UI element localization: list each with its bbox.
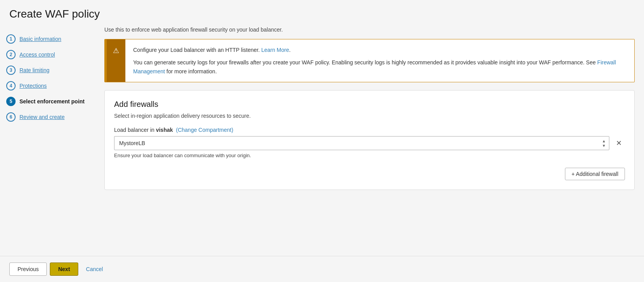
card-description: Select in-region application delivery re…: [114, 113, 625, 119]
lb-label-row: Load balancer in vishak(Change Compartme…: [114, 127, 625, 133]
page-title: Create WAF policy: [9, 8, 635, 20]
exclamation-icon: ⚠: [113, 46, 119, 55]
sidebar-label-6: Review and create: [19, 114, 65, 120]
lb-helper-text: Ensure your load balancer can communicat…: [114, 153, 625, 158]
add-firewall-button[interactable]: + Additional firewall: [565, 168, 625, 180]
learn-more-link[interactable]: Learn More: [261, 47, 289, 53]
sidebar-label-2: Access control: [19, 51, 55, 58]
step-num-4: 4: [6, 81, 16, 90]
sidebar: 1 Basic information 2 Access control 3 R…: [0, 25, 101, 256]
sidebar-item-rate-limiting[interactable]: 3 Rate limiting: [6, 62, 101, 78]
lb-label-prefix: Load balancer in: [114, 127, 156, 133]
sidebar-item-access-control[interactable]: 2 Access control: [6, 47, 101, 62]
warning-period: .: [289, 47, 291, 53]
step-num-6: 6: [6, 112, 16, 122]
cancel-link[interactable]: Cancel: [81, 263, 108, 275]
step-num-1: 1: [6, 34, 16, 44]
card-title: Add firewalls: [114, 100, 625, 109]
sidebar-item-basic-information[interactable]: 1 Basic information: [6, 31, 101, 47]
lb-select-value: MystoreLB: [114, 140, 599, 146]
warning-line1: Configure your Load balancer with an HTT…: [133, 47, 261, 53]
add-firewalls-card: Add firewalls Select in-region applicati…: [104, 90, 635, 190]
sidebar-label-1: Basic information: [19, 36, 61, 42]
lb-select-row: MystoreLB ▲ ▼ ✕: [114, 136, 625, 150]
warning-line2: You can generate security logs for your …: [133, 59, 597, 66]
card-footer-row: + Additional firewall: [114, 168, 625, 180]
footer: Previous Next Cancel: [0, 256, 644, 282]
step-num-3: 3: [6, 66, 16, 75]
warning-banner: ⚠ Configure your Load balancer with an H…: [104, 39, 635, 82]
section-description: Use this to enforce web application fire…: [104, 25, 635, 33]
warning-text: Configure your Load balancer with an HTT…: [125, 39, 634, 82]
sidebar-item-review-and-create[interactable]: 6 Review and create: [6, 109, 101, 125]
lb-select[interactable]: MystoreLB ▲ ▼: [114, 136, 609, 150]
chevron-down-icon: ▼: [602, 144, 606, 148]
select-arrows-icon[interactable]: ▲ ▼: [599, 139, 609, 148]
sidebar-label-4: Protections: [19, 83, 47, 89]
sidebar-label-5: Select enforcement point: [19, 98, 84, 105]
warning-icon: ⚠: [107, 39, 125, 82]
next-button[interactable]: Next: [50, 262, 78, 276]
step-num-2: 2: [6, 50, 16, 59]
chevron-up-icon: ▲: [602, 139, 606, 143]
warning-line2-end: for more information.: [165, 68, 217, 74]
change-compartment-link[interactable]: (Change Compartment): [176, 127, 233, 133]
lb-compartment: vishak: [156, 127, 173, 133]
sidebar-item-select-enforcement-point: 5 Select enforcement point: [6, 94, 101, 109]
sidebar-label-3: Rate limiting: [19, 67, 49, 73]
sidebar-item-protections[interactable]: 4 Protections: [6, 78, 101, 94]
previous-button[interactable]: Previous: [9, 262, 47, 276]
remove-lb-button[interactable]: ✕: [612, 137, 625, 149]
content-area: Use this to enforce web application fire…: [101, 25, 644, 256]
step-num-5: 5: [6, 97, 16, 106]
